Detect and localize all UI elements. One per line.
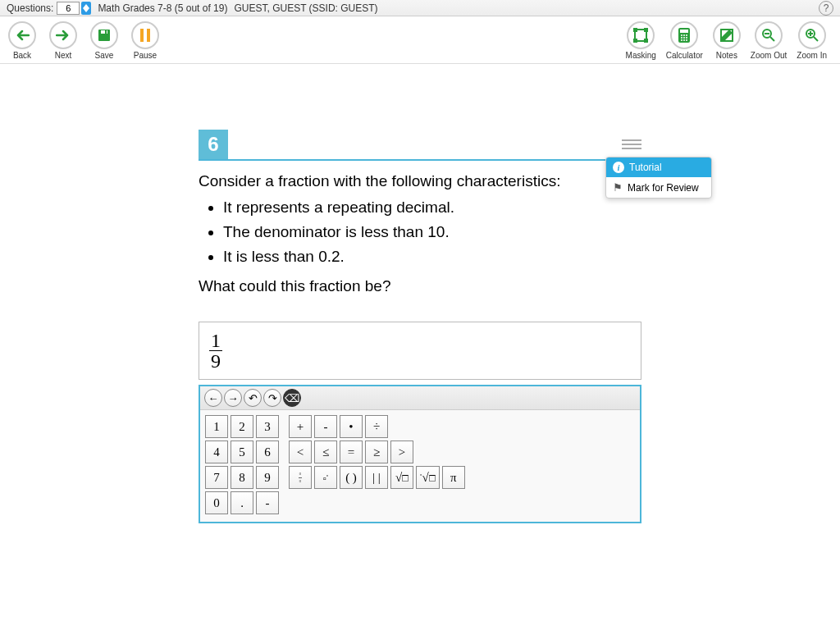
- key-minus[interactable]: -: [314, 415, 337, 438]
- user-info: GUEST, GUEST (SSID: GUEST): [234, 2, 377, 14]
- fraction-display: 1 9: [209, 331, 222, 371]
- question-ask: What could this fraction be?: [199, 277, 641, 295]
- help-icon[interactable]: ?: [819, 1, 833, 16]
- pause-icon: [140, 29, 150, 42]
- key-5[interactable]: 5: [231, 441, 253, 463]
- key-nroot[interactable]: ▫√: [416, 466, 440, 489]
- top-bar: Questions: Math Grades 7-8 (5 out of 19)…: [0, 0, 840, 16]
- key-neg[interactable]: -: [256, 491, 279, 514]
- question-prompt: Consider a fraction with the following c…: [199, 172, 641, 190]
- test-title: Math Grades 7-8 (5 out of 19): [98, 2, 227, 14]
- svg-rect-6: [147, 29, 150, 42]
- svg-rect-13: [680, 30, 688, 33]
- keypad-toolbar: ← → ↶ ↷ ⌫: [200, 386, 640, 410]
- key-dot[interactable]: •: [340, 415, 363, 438]
- svg-rect-9: [644, 28, 648, 32]
- svg-rect-5: [140, 29, 144, 42]
- zoom-out-icon: [761, 28, 776, 43]
- svg-point-20: [681, 39, 682, 41]
- bullet-item: It is less than 0.2.: [223, 248, 641, 266]
- arrow-right-icon: [56, 30, 71, 41]
- svg-point-15: [683, 34, 685, 36]
- svg-rect-10: [633, 39, 637, 43]
- key-1[interactable]: 1: [205, 415, 228, 438]
- question-bullets: It represents a repeating decimal. The d…: [199, 199, 641, 266]
- calculator-icon: [678, 28, 690, 43]
- pause-button[interactable]: Pause: [131, 21, 159, 60]
- content-area: 6 i Tutorial ⚑ Mark for Review Consider …: [0, 64, 840, 523]
- svg-point-17: [681, 37, 682, 39]
- save-button[interactable]: Save: [90, 21, 118, 60]
- svg-marker-1: [83, 8, 89, 12]
- key-4[interactable]: 4: [205, 441, 228, 463]
- svg-point-16: [686, 34, 687, 36]
- key-abs[interactable]: | |: [365, 466, 388, 489]
- question-number: 6: [199, 130, 228, 159]
- math-keypad: ← → ↶ ↷ ⌫ 1 2 3 + - • ÷ 4: [199, 385, 641, 523]
- calculator-button[interactable]: Calculator: [666, 21, 703, 60]
- key-ge[interactable]: ≥: [365, 441, 388, 463]
- arrow-left-icon: [15, 30, 30, 41]
- svg-point-18: [683, 37, 685, 39]
- key-sqrt[interactable]: √: [390, 466, 413, 489]
- svg-point-22: [686, 39, 687, 41]
- masking-icon: [633, 28, 648, 43]
- save-icon: [98, 29, 111, 42]
- key-3[interactable]: 3: [256, 415, 279, 438]
- notes-icon: [719, 28, 734, 43]
- numerator: 1: [209, 331, 222, 351]
- key-6[interactable]: 6: [256, 441, 279, 463]
- key-7[interactable]: 7: [205, 466, 228, 489]
- context-menu: i Tutorial ⚑ Mark for Review: [605, 157, 712, 199]
- questions-label: Questions:: [7, 2, 53, 14]
- next-button[interactable]: Next: [49, 21, 77, 60]
- backspace-button[interactable]: ⌫: [283, 389, 301, 407]
- svg-point-19: [686, 37, 687, 39]
- key-lt[interactable]: <: [289, 441, 312, 463]
- cursor-left-button[interactable]: ←: [204, 389, 222, 407]
- svg-line-28: [814, 37, 818, 41]
- answer-input[interactable]: 1 9: [199, 322, 641, 380]
- key-9[interactable]: 9: [256, 466, 279, 489]
- cursor-right-button[interactable]: →: [224, 389, 242, 407]
- zoom-in-button[interactable]: Zoom In: [797, 21, 827, 60]
- key-8[interactable]: 8: [231, 466, 253, 489]
- key-eq[interactable]: =: [340, 441, 363, 463]
- svg-point-14: [681, 34, 682, 36]
- key-le[interactable]: ≤: [314, 441, 337, 463]
- masking-button[interactable]: Masking: [626, 21, 656, 60]
- notes-button[interactable]: Notes: [713, 21, 741, 60]
- bullet-item: The denominator is less than 10.: [223, 223, 641, 241]
- key-power[interactable]: ▫▫: [314, 466, 337, 489]
- zoom-out-button[interactable]: Zoom Out: [751, 21, 787, 60]
- question-selector[interactable]: [57, 2, 80, 15]
- key-pi[interactable]: π: [442, 466, 465, 489]
- tutorial-menu-item[interactable]: i Tutorial: [606, 158, 711, 177]
- info-icon: i: [613, 162, 624, 173]
- key-plus[interactable]: +: [289, 415, 312, 438]
- flag-icon: ⚑: [613, 181, 623, 194]
- key-2[interactable]: 2: [231, 415, 253, 438]
- svg-rect-4: [105, 30, 107, 34]
- zoom-in-icon: [805, 28, 819, 43]
- question-body: Consider a fraction with the following c…: [199, 161, 641, 315]
- svg-line-25: [770, 37, 774, 41]
- key-decimal[interactable]: .: [231, 491, 253, 514]
- denominator: 9: [209, 351, 222, 371]
- bullet-item: It represents a repeating decimal.: [223, 199, 641, 217]
- key-0[interactable]: 0: [205, 491, 228, 514]
- svg-rect-8: [633, 28, 637, 32]
- key-divide[interactable]: ÷: [365, 415, 388, 438]
- question-header: 6: [199, 130, 641, 161]
- menu-icon[interactable]: [622, 139, 641, 149]
- svg-point-21: [683, 39, 685, 41]
- back-button[interactable]: Back: [8, 21, 36, 60]
- mark-review-menu-item[interactable]: ⚑ Mark for Review: [606, 177, 711, 198]
- undo-button[interactable]: ↶: [244, 389, 262, 407]
- key-fraction[interactable]: ▫▫: [289, 466, 312, 489]
- redo-button[interactable]: ↷: [263, 389, 281, 407]
- toolbar: Back Next Save Pause Masking Calculator …: [0, 16, 840, 64]
- key-gt[interactable]: >: [390, 441, 413, 463]
- question-stepper[interactable]: [81, 2, 91, 15]
- key-parens[interactable]: ( ): [340, 466, 363, 489]
